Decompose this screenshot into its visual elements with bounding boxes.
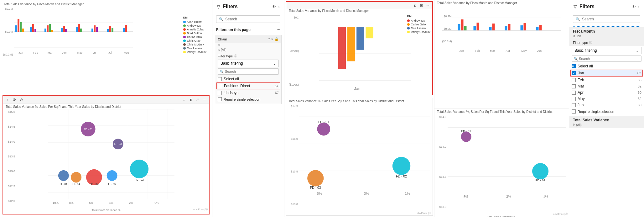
- mid-y-3: ($100K): [289, 83, 299, 86]
- fiscal-month-section: FiscalMonth is Jan Filter type ⓘ Basic f…: [569, 27, 644, 116]
- filter-panel-2-eye-icon[interactable]: 👁: [632, 4, 636, 9]
- jun-checkbox[interactable]: [572, 103, 576, 107]
- lindseys-checkbox[interactable]: [218, 91, 222, 95]
- svg-text:LI - 01: LI - 01: [60, 183, 67, 186]
- mid-more-icon[interactable]: ···: [425, 3, 430, 8]
- svg-point-83: [307, 170, 324, 186]
- filter-panel-1-title: Filters: [223, 4, 269, 9]
- fiscal-jun[interactable]: Jun 60: [569, 102, 644, 108]
- chain-search-field[interactable]: [225, 70, 277, 73]
- filter-panel-2-search-input[interactable]: [582, 17, 637, 21]
- svg-text:-3%: -3%: [505, 195, 511, 198]
- chain-filter-type-label: Filter type ⓘ: [215, 53, 281, 59]
- fiscal-select-all-checkbox[interactable]: [572, 64, 576, 68]
- fiscal-feb[interactable]: Feb 56: [569, 77, 644, 83]
- svg-text:Jul: Jul: [108, 51, 112, 54]
- legend-dot-2: [183, 28, 186, 31]
- legend-item-8: Valery Ushakov: [183, 50, 206, 54]
- svg-rect-23: [96, 27, 98, 32]
- filter-panel-1-expand-icon[interactable]: ›: [278, 4, 280, 9]
- svg-text:FD - 02: FD - 02: [396, 175, 407, 178]
- svg-rect-105: [521, 25, 523, 30]
- chain-fashions-direct[interactable]: Fashions Direct 37: [216, 82, 280, 89]
- fiscal-require-single-checkbox[interactable]: [572, 109, 576, 114]
- svg-rect-100: [477, 23, 479, 30]
- fiscal-search-icon: 🔍: [574, 57, 578, 61]
- filter-panel-1-filter-icon: ▽: [217, 4, 220, 9]
- mar-checkbox[interactable]: [572, 84, 576, 88]
- svg-rect-107: [536, 27, 539, 30]
- filter-panel-2-expand-icon[interactable]: ›: [638, 4, 640, 9]
- legend-dot-7: [183, 47, 186, 50]
- svg-rect-14: [51, 30, 53, 32]
- svg-rect-20: [80, 29, 82, 32]
- chain-filter-type-dropdown[interactable]: Basic filtering ⌄: [218, 60, 279, 67]
- chain-select-all-checkbox[interactable]: [218, 77, 222, 81]
- fiscal-apr[interactable]: Apr 60: [569, 89, 644, 96]
- download-icon[interactable]: ↓: [181, 97, 186, 102]
- fiscal-search-field[interactable]: [579, 57, 639, 61]
- filter-panel-1-search-input[interactable]: [225, 17, 278, 21]
- mid-bottom-chart: Total Sales Variance %, Sales Per Sq Ft …: [286, 98, 433, 216]
- filter-panel-2-search-box[interactable]: 🔍: [573, 15, 640, 23]
- fiscal-may[interactable]: May 62: [569, 96, 644, 102]
- upload-icon[interactable]: ↑: [5, 97, 10, 102]
- jan-checkbox[interactable]: [572, 71, 576, 75]
- fiscal-jan[interactable]: Jan 62: [570, 70, 643, 77]
- legend-dot-6: [183, 43, 186, 46]
- mid-legend-0: Andrew Ma: [407, 19, 430, 22]
- svg-rect-28: [125, 25, 127, 32]
- feb-checkbox[interactable]: [572, 78, 576, 82]
- mid-table-icon[interactable]: ⊞: [419, 3, 424, 8]
- filter-panel-1-search-box[interactable]: 🔍: [216, 15, 280, 23]
- mid-expand-icon[interactable]: ⋯: [406, 3, 411, 8]
- legend-item-5: Chris Gray: [183, 39, 206, 42]
- filter-icon[interactable]: ⧗: [188, 97, 193, 102]
- left-bottom-chart-title: Total Sales Variance %, Sales Per Sq Ft …: [6, 105, 206, 109]
- chain-collapse-icon[interactable]: ^: [268, 37, 270, 41]
- fiscal-require-single[interactable]: Require single selection: [569, 108, 644, 116]
- chain-close-icon[interactable]: ×: [271, 37, 273, 41]
- svg-rect-102: [492, 24, 495, 30]
- chain-search-inner[interactable]: 🔍: [218, 68, 279, 75]
- chain-lock-icon[interactable]: 🔒: [274, 37, 279, 41]
- svg-text:FD - 03: FD - 03: [310, 186, 321, 189]
- focus-icon[interactable]: ⊙: [19, 97, 24, 102]
- legend-dot-1: [183, 24, 186, 27]
- chain-select-all[interactable]: Select all: [215, 76, 281, 82]
- fiscal-select-all[interactable]: Select all: [569, 63, 644, 69]
- require-single-checkbox[interactable]: [218, 97, 222, 101]
- svg-text:-1%: -1%: [403, 191, 410, 195]
- may-checkbox[interactable]: [572, 97, 576, 101]
- legend-dot-0: [183, 21, 186, 23]
- scatter-y-5: $13.0: [8, 170, 15, 173]
- more-options-icon[interactable]: ···: [202, 97, 207, 102]
- svg-rect-98: [464, 26, 467, 30]
- apr-checkbox[interactable]: [572, 91, 576, 95]
- left-section: Total Sales Variance by FiscalMonth and …: [0, 0, 212, 217]
- svg-rect-74: [347, 27, 355, 61]
- svg-point-59: [107, 170, 117, 181]
- mid-filter-icon[interactable]: ⧗: [412, 3, 417, 8]
- refresh-icon[interactable]: ⟳: [12, 97, 17, 102]
- svg-text:FD - 02: FD - 02: [135, 178, 144, 181]
- svg-rect-22: [94, 25, 96, 32]
- chain-lindseys[interactable]: Lindseys 67: [215, 90, 281, 96]
- svg-rect-104: [508, 24, 511, 30]
- expand-icon[interactable]: ⤢: [195, 97, 200, 102]
- fiscal-mar[interactable]: Mar 62: [569, 83, 644, 89]
- filter-panel-1-eye-icon[interactable]: 👁: [272, 4, 276, 9]
- require-single-selection[interactable]: Require single selection: [215, 96, 281, 104]
- filter-panel-2-filter-icon: ▽: [574, 4, 577, 9]
- svg-point-61: [130, 160, 148, 178]
- fiscal-search-inner[interactable]: 🔍: [572, 56, 641, 62]
- fiscal-filter-type-dropdown[interactable]: Basic filtering ⌄: [572, 47, 641, 54]
- left-top-chart-title: Total Sales Variance by FiscalMonth and …: [4, 3, 208, 6]
- svg-text:May: May: [77, 51, 83, 54]
- chain-eye-icon: 👁: [218, 44, 221, 47]
- svg-text:Jun: Jun: [93, 51, 97, 54]
- filters-on-page-more[interactable]: ···: [277, 27, 280, 32]
- fashions-direct-checkbox[interactable]: [218, 84, 222, 88]
- fiscal-month-title: FiscalMonth: [569, 27, 644, 34]
- svg-rect-17: [65, 29, 67, 32]
